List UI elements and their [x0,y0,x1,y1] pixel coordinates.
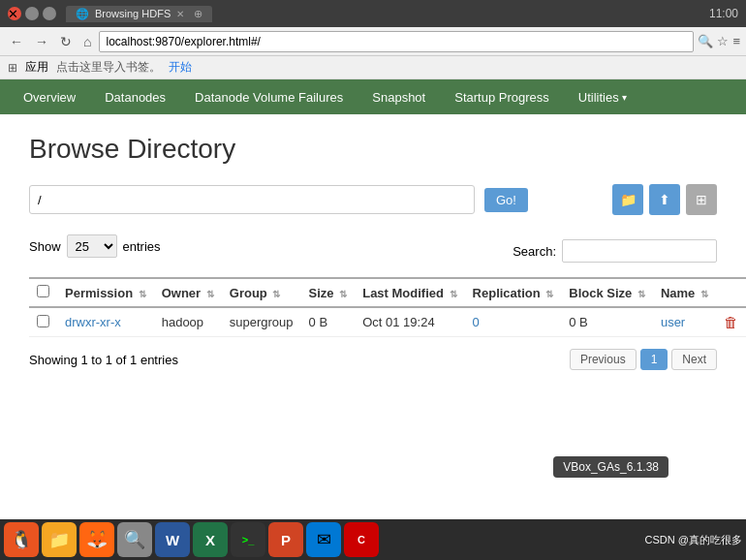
taskbar: 🐧 📁 🦊 🔍 W X >_ P ✉ C CSDN @真的吃很多 [0,519,746,560]
taskbar-csdn[interactable]: C [344,522,379,557]
table-header-row: Permission ⇅ Owner ⇅ Group ⇅ Size ⇅ Last… [29,278,746,307]
go-button[interactable]: Go! [484,188,528,212]
search-label: Search: [513,244,556,259]
min-btn[interactable] [25,7,39,20]
tab-label: Browsing HDFS [95,8,171,19]
main-content: Browse Directory Go! 📁 ⬆ ⊞ Show 25 10 50… [0,114,746,389]
bookmarks-link[interactable]: 点击这里导入书签。 [56,59,161,76]
tab-close-icon[interactable]: ✕ [176,9,184,19]
replication-link[interactable]: 0 [473,315,480,329]
page-1-button[interactable]: 1 [640,349,668,370]
permission-link[interactable]: drwxr-xr-x [65,315,121,329]
col-permission[interactable]: Permission ⇅ [57,278,154,307]
show-search-row: Show 25 10 50 100 entries Search: [29,234,717,267]
delete-icon[interactable]: 🗑 [724,314,738,330]
search-input[interactable] [562,239,717,263]
col-block-size[interactable]: Block Size ⇅ [561,278,653,307]
system-time: 11:00 [709,7,738,20]
back-button[interactable]: ← [6,32,27,51]
upload-icon-button[interactable]: ⬆ [649,184,680,215]
taskbar-excel[interactable]: X [193,522,228,557]
titlebar: ✕ 🌐 Browsing HDFS ✕ ⊕ 11:00 [0,0,746,27]
pagination-row: Showing 1 to 1 of 1 entries Previous 1 N… [29,349,717,370]
bookmark-icon[interactable]: ☆ [717,34,729,48]
home-button[interactable]: ⌂ [79,32,95,51]
start-link[interactable]: 开始 [169,59,192,76]
max-btn[interactable] [43,7,56,20]
nav-snapshot[interactable]: Snapshot [358,84,439,110]
folder-icon-button[interactable]: 📁 [612,184,643,215]
taskbar-right-label: CSDN @真的吃很多 [645,533,742,547]
cell-replication: 0 [465,307,562,337]
col-owner[interactable]: Owner ⇅ [154,278,222,307]
address-input[interactable] [99,31,694,52]
search-area: Search: [513,239,717,263]
window-controls[interactable]: ✕ [8,7,56,20]
prev-button[interactable]: Previous [570,349,637,370]
cell-block-size: 0 B [561,307,653,337]
main-content-wrapper: Browse Directory Go! 📁 ⬆ ⊞ Show 25 10 50… [0,114,746,519]
forward-button[interactable]: → [31,32,52,51]
cell-group: supergroup [222,307,301,337]
nav-datanodes[interactable]: Datanodes [91,84,179,110]
path-input[interactable] [29,185,475,214]
more-icon[interactable]: ≡ [732,34,740,48]
path-area: Go! 📁 ⬆ ⊞ [29,184,717,215]
entries-label: entries [123,239,161,254]
addr-icon-group: 🔍 ☆ ≡ [698,34,740,48]
dropdown-arrow-icon: ▾ [622,92,627,103]
table-row: drwxr-xr-x hadoop supergroup 0 B Oct 01 … [29,307,746,337]
name-link[interactable]: user [661,315,685,329]
search-icon[interactable]: 🔍 [698,34,713,48]
cell-last-modified: Oct 01 19:24 [355,307,464,337]
pagination-buttons: Previous 1 Next [570,349,717,370]
taskbar-files[interactable]: 📁 [42,522,77,557]
col-name[interactable]: Name ⇅ [653,278,716,307]
apps-label: 应用 [25,59,48,76]
entries-select[interactable]: 25 10 50 100 [67,234,117,258]
table-icon-button[interactable]: ⊞ [686,184,717,215]
bookmarks-bar: ⊞ 应用 点击这里导入书签。 开始 [0,56,746,79]
icon-buttons: 📁 ⬆ ⊞ [612,184,717,215]
show-label: Show [29,239,61,254]
hdfs-navbar: Overview Datanodes Datanode Volume Failu… [0,79,746,114]
nav-utilities-dropdown[interactable]: Utilities ▾ [565,84,640,110]
showing-text: Showing 1 to 1 of 1 entries [29,353,178,367]
select-all-checkbox[interactable] [37,285,49,297]
taskbar-outlook[interactable]: ✉ [306,522,341,557]
col-last-modified[interactable]: Last Modified ⇅ [355,278,464,307]
next-button[interactable]: Next [671,349,717,370]
col-replication[interactable]: Replication ⇅ [465,278,562,307]
page-title: Browse Directory [29,134,717,165]
reload-button[interactable]: ↻ [56,32,76,51]
browser-tab[interactable]: 🌐 Browsing HDFS ✕ ⊕ [66,6,212,22]
show-entries: Show 25 10 50 100 entries [29,234,161,258]
taskbar-ppt[interactable]: P [268,522,303,557]
taskbar-search[interactable]: 🔍 [117,522,152,557]
directory-table: Permission ⇅ Owner ⇅ Group ⇅ Size ⇅ Last… [29,277,746,337]
taskbar-firefox[interactable]: 🦊 [79,522,114,557]
taskbar-word[interactable]: W [155,522,190,557]
row-checkbox[interactable] [37,315,49,327]
taskbar-terminal[interactable]: >_ [231,522,265,557]
apps-icon[interactable]: ⊞ [8,61,17,75]
nav-startup-progress[interactable]: Startup Progress [441,84,563,110]
close-btn[interactable]: ✕ [8,7,21,20]
tab-icon: 🌐 [76,8,89,20]
nav-datanode-volume-failures[interactable]: Datanode Volume Failures [181,84,357,110]
taskbar-ubuntu[interactable]: 🐧 [4,522,39,557]
col-size[interactable]: Size ⇅ [301,278,356,307]
cell-permission: drwxr-xr-x [57,307,154,337]
new-tab-icon[interactable]: ⊕ [194,8,202,20]
tooltip: VBox_GAs_6.1.38 [553,456,668,478]
cell-name: user [653,307,716,337]
cell-size: 0 B [301,307,356,337]
nav-overview[interactable]: Overview [10,84,89,110]
address-bar: ← → ↻ ⌂ 🔍 ☆ ≡ [0,27,746,56]
utilities-label: Utilities [578,90,619,105]
cell-owner: hadoop [154,307,222,337]
col-group[interactable]: Group ⇅ [222,278,301,307]
